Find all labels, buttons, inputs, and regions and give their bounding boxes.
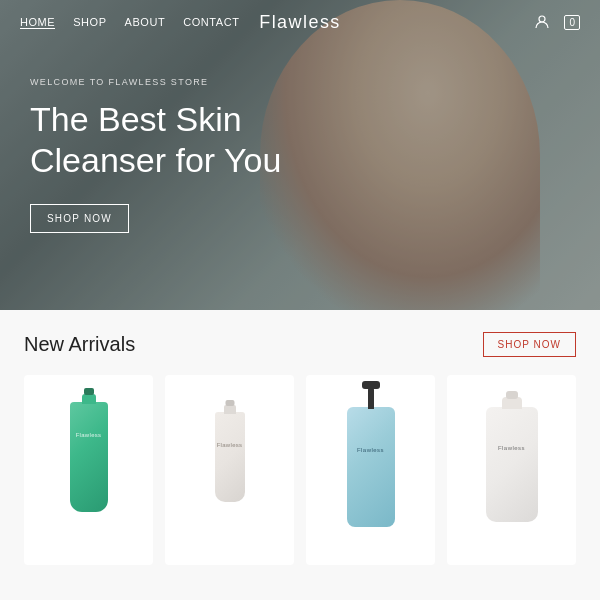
product-card-3[interactable]: Flawless [306,375,435,565]
product-card-4[interactable]: Flawless [447,375,576,565]
nav: HOME SHOP ABOUT CONTACT [20,16,239,29]
product-label-3: Flawless [347,447,395,453]
hero-subtitle: WELCOME TO FLAWLESS STORE [30,77,570,87]
pump-bottle-icon: Flawless [347,407,395,527]
header-icons: 0 [534,14,580,30]
cart-icon[interactable]: 0 [564,15,580,30]
product-image-4: Flawless [455,387,568,527]
section-shop-now-button[interactable]: SHOP NOW [483,332,576,357]
product-card-1[interactable]: Flawless [24,375,153,565]
product-label-4: Flawless [486,445,538,451]
section-title: New Arrivals [24,333,135,356]
product-card-2[interactable]: Flawless [165,375,294,565]
hero-section: WELCOME TO FLAWLESS STORE The Best Skin … [0,0,600,310]
product-image-2: Flawless [173,387,286,527]
nav-shop[interactable]: SHOP [73,16,106,29]
products-grid: Flawless Flawless Flawless [24,375,576,565]
svg-point-0 [539,16,545,22]
user-icon[interactable] [534,14,550,30]
new-arrivals-section: New Arrivals SHOP NOW Flawless Flawless [0,310,600,600]
product-image-3: Flawless [314,387,427,527]
product-label-2: Flawless [215,442,245,448]
hero-content: WELCOME TO FLAWLESS STORE The Best Skin … [0,0,600,310]
tube-green-icon: Flawless [70,402,108,512]
tube-white-icon: Flawless [215,412,245,502]
brand-logo[interactable]: Flawless [259,12,341,33]
hero-cta-button[interactable]: SHOP NOW [30,204,129,233]
section-header: New Arrivals SHOP NOW [24,332,576,357]
header: HOME SHOP ABOUT CONTACT Flawless 0 [0,0,600,44]
hero-title: The Best Skin Cleanser for You [30,99,290,181]
nav-about[interactable]: ABOUT [125,16,166,29]
product-label-1: Flawless [70,432,108,438]
lotion-bottle-icon: Flawless [486,407,538,522]
nav-home[interactable]: HOME [20,16,55,29]
nav-contact[interactable]: CONTACT [183,16,239,29]
product-image-1: Flawless [32,387,145,527]
